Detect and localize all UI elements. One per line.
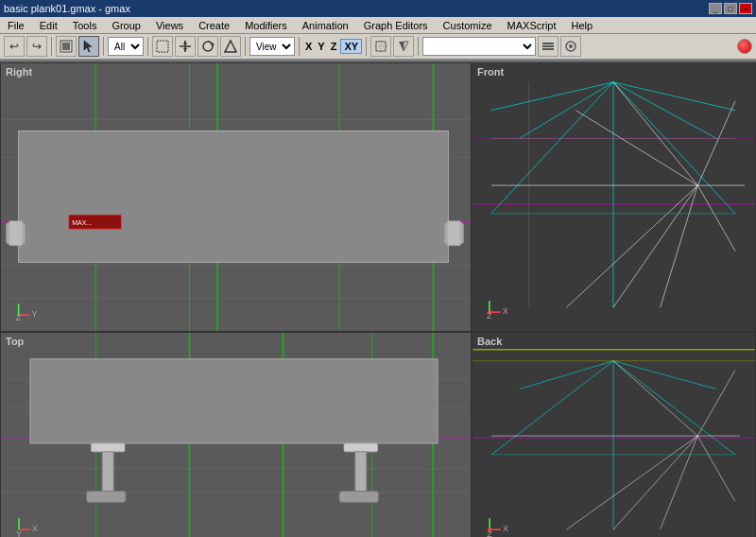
menu-file[interactable]: File (4, 19, 28, 32)
minimize-button[interactable]: _ (709, 3, 722, 14)
maximize-button[interactable]: □ (724, 3, 737, 14)
viewport-right-canvas[interactable]: MAX... Z Y (1, 63, 471, 331)
viewport-back-canvas[interactable]: Z X (472, 333, 755, 537)
filter-dropdown[interactable]: All (108, 37, 144, 56)
misc-dropdown[interactable] (422, 37, 536, 56)
svg-rect-11 (376, 42, 386, 51)
svg-text:Z: Z (16, 313, 22, 322)
viewport-right[interactable]: Right MAX (0, 62, 472, 332)
svg-text:X: X (503, 306, 508, 316)
menu-maxscript[interactable]: MAXScript (504, 19, 560, 32)
select-region-button[interactable] (152, 36, 173, 57)
separator-2 (103, 37, 104, 56)
undo-button[interactable]: ↩ (4, 36, 25, 57)
svg-text:X: X (32, 524, 38, 533)
svg-rect-86 (355, 452, 367, 492)
svg-rect-81 (30, 359, 438, 443)
ref-coord-dropdown[interactable]: View (249, 37, 295, 56)
svg-marker-15 (404, 42, 408, 51)
svg-text:Y: Y (32, 309, 38, 319)
svg-text:Y: Y (16, 529, 22, 537)
svg-rect-34 (9, 221, 23, 246)
svg-text:X: X (503, 524, 508, 533)
layers-button[interactable] (538, 36, 558, 57)
window-title: basic plank01.gmax - gmax (4, 3, 709, 14)
menu-edit[interactable]: Edit (36, 19, 61, 32)
svg-point-50 (488, 310, 491, 314)
select-all-button[interactable] (56, 36, 77, 57)
menu-graph-editors[interactable]: Graph Editors (360, 19, 432, 32)
svg-rect-85 (344, 443, 378, 452)
svg-rect-3 (157, 41, 168, 52)
toolbar: ↩ ↪ All View X Y Z XY (0, 34, 756, 61)
svg-rect-84 (86, 491, 126, 502)
scale-button[interactable] (220, 36, 241, 57)
svg-rect-83 (102, 452, 113, 492)
separator-7 (418, 37, 419, 56)
menu-tools[interactable]: Tools (69, 19, 101, 32)
viewport-back-label: Back (477, 336, 502, 347)
menu-group[interactable]: Group (108, 19, 145, 32)
viewport-area: Right MAX (0, 61, 756, 537)
svg-rect-16 (542, 43, 554, 44)
svg-rect-87 (339, 491, 379, 502)
svg-marker-10 (225, 41, 236, 52)
separator-1 (51, 37, 52, 56)
menu-help[interactable]: Help (568, 19, 597, 32)
menu-create[interactable]: Create (195, 19, 233, 32)
separator-6 (366, 37, 367, 56)
viewport-top-canvas[interactable]: Y X (1, 333, 471, 537)
close-button[interactable]: × (739, 3, 752, 14)
menu-modifiers[interactable]: Modifiers (241, 19, 291, 32)
viewport-front[interactable]: Front Z X (472, 62, 756, 332)
svg-marker-2 (84, 41, 92, 52)
window-controls: _ □ × (709, 3, 752, 14)
title-bar: basic plank01.gmax - gmax _ □ × (0, 0, 756, 17)
menu-views[interactable]: Views (152, 19, 187, 32)
svg-point-20 (569, 44, 573, 48)
svg-rect-36 (447, 221, 460, 246)
viewport-top[interactable]: Top (0, 332, 472, 537)
svg-point-100 (488, 528, 491, 531)
status-orb-red (737, 39, 752, 54)
svg-rect-17 (542, 45, 554, 47)
mirror-button[interactable] (393, 36, 414, 57)
svg-marker-9 (211, 43, 215, 46)
svg-marker-7 (183, 48, 187, 52)
svg-rect-18 (542, 48, 554, 50)
viewport-front-canvas[interactable]: Z X (472, 63, 755, 331)
z-axis-label: Z (331, 41, 337, 52)
viewport-front-label: Front (477, 66, 504, 78)
y-axis-label: Y (318, 41, 324, 52)
viewport-back[interactable]: Back Z X (472, 332, 756, 537)
snap-button[interactable] (370, 36, 391, 57)
menu-customize[interactable]: Customize (439, 19, 496, 32)
svg-text:MAX...: MAX... (72, 219, 92, 226)
viewport-top-label: Top (6, 336, 24, 347)
svg-rect-82 (91, 443, 125, 452)
separator-4 (245, 37, 246, 56)
x-axis-label: X (305, 41, 312, 52)
viewport-right-label: Right (6, 66, 32, 78)
separator-5 (299, 37, 300, 56)
svg-marker-6 (183, 41, 187, 44)
menu-bar: File Edit Tools Group Views Create Modif… (0, 17, 756, 34)
rotate-button[interactable] (198, 36, 218, 57)
svg-rect-1 (62, 43, 70, 50)
redo-button[interactable]: ↪ (26, 36, 47, 57)
options-button[interactable] (560, 36, 581, 57)
separator-3 (147, 37, 148, 56)
menu-animation[interactable]: Animation (299, 19, 352, 32)
xy-axis-active[interactable]: XY (340, 39, 362, 54)
svg-marker-14 (399, 42, 404, 51)
select-button[interactable] (78, 36, 99, 57)
move-button[interactable] (175, 36, 196, 57)
svg-rect-32 (19, 130, 449, 262)
